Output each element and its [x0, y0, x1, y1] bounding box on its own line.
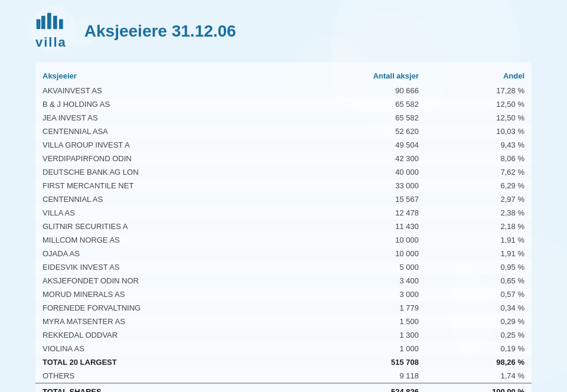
shareholder-percent: 10,03 %	[426, 125, 532, 138]
summary-shares: 515 708	[290, 355, 426, 369]
shareholder-shares: 1 500	[290, 315, 426, 328]
shareholder-shares: 49 504	[290, 138, 426, 152]
table-row: MILLCOM NORGE AS10 0001,91 %	[35, 233, 532, 247]
shareholder-percent: 0,25 %	[426, 328, 532, 342]
col-header-percent: Andel	[426, 68, 532, 84]
table-row: REKKEDAL ODDVAR1 3000,25 %	[35, 328, 532, 342]
shareholder-shares: 1 300	[290, 328, 426, 342]
shareholder-shares: 52 620	[290, 125, 426, 138]
shareholder-name: MORUD MINERALS AS	[35, 288, 290, 301]
shareholder-shares: 90 666	[290, 84, 426, 97]
shareholder-percent: 0,57 %	[426, 288, 532, 301]
logo-text: villa	[35, 35, 67, 50]
shareholder-name: VIOLINA AS	[35, 342, 290, 355]
shareholder-percent: 0,95 %	[426, 260, 532, 274]
table-row: EIDESVIK INVEST AS5 0000,95 %	[35, 260, 532, 274]
shareholder-name: FIRST MERCANTILE NET	[35, 179, 290, 192]
table-header-row: Aksjeeier Antall aksjer Andel	[35, 68, 532, 84]
shareholders-table: Aksjeeier Antall aksjer Andel AKVAINVEST…	[35, 68, 532, 392]
summary-shares: 9 118	[290, 369, 426, 383]
shareholder-percent: 2,18 %	[426, 220, 532, 233]
shareholder-percent: 1,91 %	[426, 233, 532, 247]
shareholder-percent: 7,62 %	[426, 165, 532, 179]
shareholder-name: CENTENNIAL ASA	[35, 125, 290, 138]
shareholder-shares: 3 000	[290, 288, 426, 301]
shareholders-table-wrapper: Aksjeeier Antall aksjer Andel AKVAINVEST…	[35, 62, 532, 392]
shareholder-name: VERDIPAPIRFOND ODIN	[35, 152, 290, 165]
shareholder-name: GLITNIR SECURITIES A	[35, 220, 290, 233]
summary-label: TOTAL SHARES	[35, 383, 290, 392]
summary-percent: 1,74 %	[426, 369, 532, 383]
shareholder-shares: 65 582	[290, 97, 426, 111]
shareholder-percent: 12,50 %	[426, 111, 532, 125]
shareholder-shares: 1 000	[290, 342, 426, 355]
summary-row: TOTAL 20 LARGEST515 70898,26 %	[35, 355, 532, 369]
page-title: Aksjeeiere 31.12.06	[84, 22, 236, 41]
shareholder-name: B & J HOLDING AS	[35, 97, 290, 111]
shareholder-shares: 15 567	[290, 192, 426, 206]
shareholder-name: VILLA AS	[35, 206, 290, 220]
shareholder-percent: 0,29 %	[426, 315, 532, 328]
shareholder-name: EIDESVIK INVEST AS	[35, 260, 290, 274]
shareholder-shares: 42 300	[290, 152, 426, 165]
summary-row: OTHERS9 1181,74 %	[35, 369, 532, 383]
shareholder-shares: 3 400	[290, 274, 426, 288]
shareholder-shares: 10 000	[290, 247, 426, 260]
col-header-shares: Antall aksjer	[290, 68, 426, 84]
table-row: VILLA GROUP INVEST A49 5049,43 %	[35, 138, 532, 152]
shareholder-name: JEA INVEST AS	[35, 111, 290, 125]
shareholder-name: DEUTSCHE BANK AG LON	[35, 165, 290, 179]
shareholder-name: AKSJEFONDET ODIN NOR	[35, 274, 290, 288]
shareholder-shares: 40 000	[290, 165, 426, 179]
table-row: MORUD MINERALS AS3 0000,57 %	[35, 288, 532, 301]
shareholder-shares: 10 000	[290, 233, 426, 247]
svg-rect-2	[47, 13, 51, 29]
table-row: VERDIPAPIRFOND ODIN42 3008,06 %	[35, 152, 532, 165]
shareholder-shares: 65 582	[290, 111, 426, 125]
shareholder-percent: 17,28 %	[426, 84, 532, 97]
page-header: villa Aksjeeiere 31.12.06	[35, 12, 532, 50]
table-row: GLITNIR SECURITIES A11 4302,18 %	[35, 220, 532, 233]
summary-label: OTHERS	[35, 369, 290, 383]
summary-shares: 524 826	[290, 383, 426, 392]
table-row: FORENEDE FORVALTNING1 7790,34 %	[35, 301, 532, 315]
summary-percent: 98,26 %	[426, 355, 532, 369]
logo: villa	[35, 12, 67, 50]
summary-row: TOTAL SHARES524 826100,00 %	[35, 383, 532, 392]
svg-rect-4	[59, 19, 63, 30]
table-row: VILLA AS12 4782,38 %	[35, 206, 532, 220]
shareholder-shares: 12 478	[290, 206, 426, 220]
table-row: B & J HOLDING AS65 58212,50 %	[35, 97, 532, 111]
table-row: MYRA MATSENTER AS1 5000,29 %	[35, 315, 532, 328]
table-row: DEUTSCHE BANK AG LON40 0007,62 %	[35, 165, 532, 179]
shareholder-name: OJADA AS	[35, 247, 290, 260]
shareholder-shares: 1 779	[290, 301, 426, 315]
table-row: AKSJEFONDET ODIN NOR3 4000,65 %	[35, 274, 532, 288]
shareholder-name: MYRA MATSENTER AS	[35, 315, 290, 328]
shareholder-percent: 8,06 %	[426, 152, 532, 165]
shareholder-name: CENTENNIAL AS	[35, 192, 290, 206]
table-row: VIOLINA AS1 0000,19 %	[35, 342, 532, 355]
shareholder-shares: 5 000	[290, 260, 426, 274]
svg-rect-0	[37, 19, 41, 30]
shareholder-percent: 0,65 %	[426, 274, 532, 288]
page-container: villa Aksjeeiere 31.12.06 Aksjeeier Anta…	[0, 0, 567, 392]
shareholder-name: REKKEDAL ODDVAR	[35, 328, 290, 342]
summary-label: TOTAL 20 LARGEST	[35, 355, 290, 369]
table-row: AKVAINVEST AS90 66617,28 %	[35, 84, 532, 97]
shareholder-name: AKVAINVEST AS	[35, 84, 290, 97]
table-row: CENTENNIAL AS15 5672,97 %	[35, 192, 532, 206]
shareholder-percent: 6,29 %	[426, 179, 532, 192]
svg-rect-1	[41, 16, 45, 29]
shareholder-name: VILLA GROUP INVEST A	[35, 138, 290, 152]
shareholder-percent: 12,50 %	[426, 97, 532, 111]
table-row: FIRST MERCANTILE NET33 0006,29 %	[35, 179, 532, 192]
summary-percent: 100,00 %	[426, 383, 532, 392]
shareholder-percent: 0,34 %	[426, 301, 532, 315]
shareholder-percent: 1,91 %	[426, 247, 532, 260]
shareholder-percent: 0,19 %	[426, 342, 532, 355]
shareholder-percent: 9,43 %	[426, 138, 532, 152]
table-body: AKVAINVEST AS90 66617,28 %B & J HOLDING …	[35, 84, 532, 392]
shareholder-name: MILLCOM NORGE AS	[35, 233, 290, 247]
svg-rect-3	[53, 16, 57, 29]
